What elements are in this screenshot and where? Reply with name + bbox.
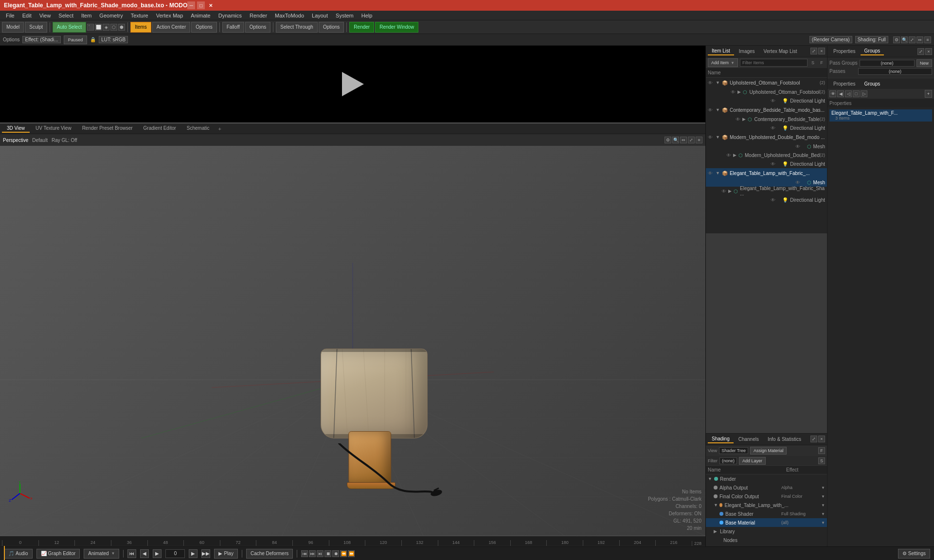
menu-select[interactable]: Select xyxy=(54,12,77,19)
groups-icon-1[interactable]: 👁 xyxy=(829,90,836,97)
tab-item-list[interactable]: Item List xyxy=(708,47,734,55)
transport-icon-6[interactable]: ⏪ xyxy=(340,550,347,557)
toolbar2-icon-search[interactable]: 🔍 xyxy=(901,36,908,43)
vp-icon-settings[interactable]: ≡ xyxy=(696,137,702,143)
options-button-3[interactable]: Options xyxy=(319,22,344,33)
menu-geometry[interactable]: Geometry xyxy=(95,12,126,19)
sh-row-final-color[interactable]: Final Color Output Final Color ▼ xyxy=(706,492,827,501)
settings-button[interactable]: ⚙ Settings xyxy=(898,549,930,559)
viewport-3d[interactable]: Perspective Default Ray GL: Off ⚙ 🔍 ⇔ ⤢ … xyxy=(0,134,705,536)
toolbar-icon-1[interactable]: ⬛ xyxy=(87,24,94,31)
bed-light-row[interactable]: 👁 💡 Directional Light xyxy=(706,159,827,168)
perspective-label[interactable]: Perspective xyxy=(3,138,28,143)
transport-icon-1[interactable]: ⏮ xyxy=(301,550,308,557)
add-layer-button[interactable]: Add Layer xyxy=(739,457,766,465)
raygl-label[interactable]: Ray GL: Off xyxy=(52,138,77,143)
shading-filter-s-btn[interactable]: S xyxy=(818,457,825,464)
menu-animate[interactable]: Animate xyxy=(187,12,214,19)
groups-tab-groups[interactable]: Groups xyxy=(861,80,884,88)
graph-editor-button[interactable]: 📈 Graph Editor xyxy=(36,549,80,559)
tab-images[interactable]: Images xyxy=(735,48,759,55)
toolbar2-icon-gear[interactable]: ⚙ xyxy=(893,36,900,43)
sh-row-library[interactable]: ▶ Library xyxy=(706,527,827,536)
viewport-canvas[interactable]: X Y Z No Items Polygons : Catmull-Clark … xyxy=(0,146,705,536)
add-item-button[interactable]: Add Item ▼ xyxy=(708,58,738,67)
transport-step-forward[interactable]: ▶ xyxy=(153,549,162,558)
sh-row-alpha[interactable]: Alpha Output Alpha ▼ xyxy=(706,483,827,492)
tab-gradient[interactable]: Gradient Editor xyxy=(139,124,181,133)
bed-mesh-row[interactable]: 👁 ⬡ Mesh xyxy=(706,142,827,151)
cache-deformers-button[interactable]: Cache Deformers xyxy=(246,549,293,559)
minimize-btn[interactable]: ─ xyxy=(187,1,195,9)
transport-icon-2[interactable]: ⏭ xyxy=(309,550,316,557)
transport-icon-3[interactable]: ⏯ xyxy=(317,550,323,557)
sculpt-button[interactable]: Sculpt xyxy=(25,22,47,33)
render-button[interactable]: Render xyxy=(349,22,374,33)
transport-icon-4[interactable]: ⏹ xyxy=(324,550,331,557)
options-button-2[interactable]: Options xyxy=(245,22,270,33)
transport-icon-5[interactable]: ⏺ xyxy=(332,550,339,557)
groups-tab-properties[interactable]: Properties xyxy=(829,80,860,88)
eye-icon-lamp-sub[interactable]: 👁 xyxy=(721,189,726,194)
frame-input[interactable] xyxy=(165,549,185,558)
menu-layout[interactable]: Layout xyxy=(308,12,332,19)
bedside-header[interactable]: 👁 ▼ 📦 Contemporary_Bedside_Table_modo_ba… xyxy=(706,105,827,115)
pass-groups-new-btn[interactable]: New xyxy=(916,59,932,67)
menu-render[interactable]: Render xyxy=(246,12,271,19)
transport-icon-7[interactable]: ⏩ xyxy=(348,550,355,557)
model-button[interactable]: Model xyxy=(2,22,24,33)
eye-icon-bed[interactable]: 👁 xyxy=(708,135,713,140)
toolbar-icon-5[interactable]: ⬢ xyxy=(118,24,125,31)
transport-forward[interactable]: ▶ xyxy=(189,549,198,558)
menu-help[interactable]: Help xyxy=(358,12,377,19)
auto-select-button[interactable]: Auto Select xyxy=(53,22,86,33)
menu-view[interactable]: View xyxy=(36,12,55,19)
menu-file[interactable]: File xyxy=(2,12,18,19)
tab-add[interactable]: + xyxy=(216,125,224,133)
eye-icon-lamp-mesh[interactable]: 👁 xyxy=(795,180,800,185)
tab-3d-view[interactable]: 3D View xyxy=(2,124,30,133)
bedside-sub-row[interactable]: 👁 ▶ ⬡ Contemporary_Bedside_Table (2) xyxy=(706,115,827,123)
menu-texture[interactable]: Texture xyxy=(127,12,152,19)
paused-button[interactable]: Paused xyxy=(64,35,88,44)
render-window-button[interactable]: Render Window xyxy=(375,22,418,33)
action-center-button[interactable]: Action Center xyxy=(152,22,191,33)
eye-icon-bed-mesh[interactable]: 👁 xyxy=(795,144,800,149)
toolbar-icon-4[interactable]: ⬡ xyxy=(110,24,117,31)
sh-row-base-material[interactable]: Base Material (all) ▼ xyxy=(706,518,827,527)
shader-tree-dropdown[interactable]: Shader Tree xyxy=(719,447,748,454)
vp-icon-search[interactable]: 🔍 xyxy=(672,137,679,143)
item-list-settings-icon[interactable]: × xyxy=(818,48,825,54)
options-button-1[interactable]: Options xyxy=(191,22,216,33)
prop-expand-icon[interactable]: ⤢ xyxy=(917,48,924,55)
groups-icon-4[interactable]: □ xyxy=(853,90,860,97)
item-list-f-btn[interactable]: F xyxy=(818,59,825,66)
groups-new-btn[interactable]: + xyxy=(925,90,932,98)
transport-step-back[interactable]: ◀ xyxy=(140,549,149,558)
tab-shading[interactable]: Shading xyxy=(708,435,734,443)
toolbar2-icon-expand[interactable]: ⤢ xyxy=(909,36,916,43)
effect-dropdown[interactable]: Effect: (Shadi... xyxy=(22,36,60,43)
eye-icon-bedside[interactable]: 👁 xyxy=(708,107,713,113)
bed-sub-row[interactable]: 👁 ▶ ⬡ Modern_Upholstered_Double_Bed (2) xyxy=(706,151,827,159)
passes-dropdown[interactable]: (none) xyxy=(858,68,932,75)
play-button[interactable] xyxy=(342,72,364,96)
shading-f-btn[interactable]: F xyxy=(818,447,825,454)
eye-icon-lamp[interactable]: 👁 xyxy=(708,171,713,176)
sh-row-nodes[interactable]: Nodes xyxy=(706,536,827,544)
menu-edit[interactable]: Edit xyxy=(18,12,36,19)
tab-groups[interactable]: Groups xyxy=(861,47,884,55)
filter-items-input[interactable] xyxy=(740,59,808,67)
item-list-expand-icon[interactable]: ⤢ xyxy=(810,48,817,54)
play-button[interactable]: ▶ Play xyxy=(214,549,237,559)
eye-icon-ottoman[interactable]: 👁 xyxy=(708,80,713,86)
animated-button[interactable]: Animated ▼ xyxy=(84,549,119,559)
tab-vertex-map[interactable]: Vertex Map List xyxy=(760,48,801,55)
eye-icon-bedside-sub[interactable]: 👁 xyxy=(736,117,740,122)
groups-icon-5[interactable]: ▷ xyxy=(861,90,867,97)
assign-material-button[interactable]: Assign Material xyxy=(750,447,787,455)
eye-icon-light-4[interactable]: 👁 xyxy=(771,197,775,203)
bed-header[interactable]: 👁 ▼ 📦 Modern_Upholstered_Double_Bed_modo… xyxy=(706,132,827,142)
item-list-content[interactable]: 👁 ▼ 📦 Upholstered_Ottoman_Footstool (2) … xyxy=(706,78,827,233)
shading-full-dropdown[interactable]: Shading: Full xyxy=(855,36,888,43)
